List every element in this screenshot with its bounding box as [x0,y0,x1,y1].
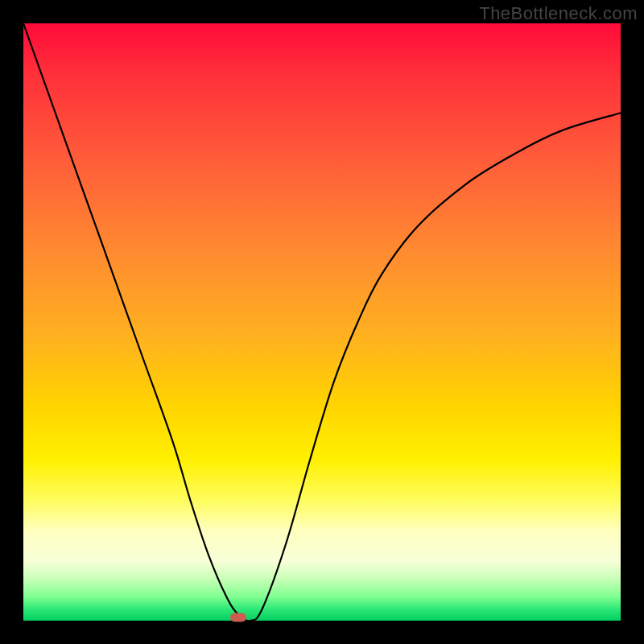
bottleneck-curve-path [23,23,621,621]
chart-frame: TheBottleneck.com [0,0,644,644]
curve-svg [23,23,621,621]
optimal-point-marker [230,613,246,622]
watermark-text: TheBottleneck.com [479,3,638,24]
